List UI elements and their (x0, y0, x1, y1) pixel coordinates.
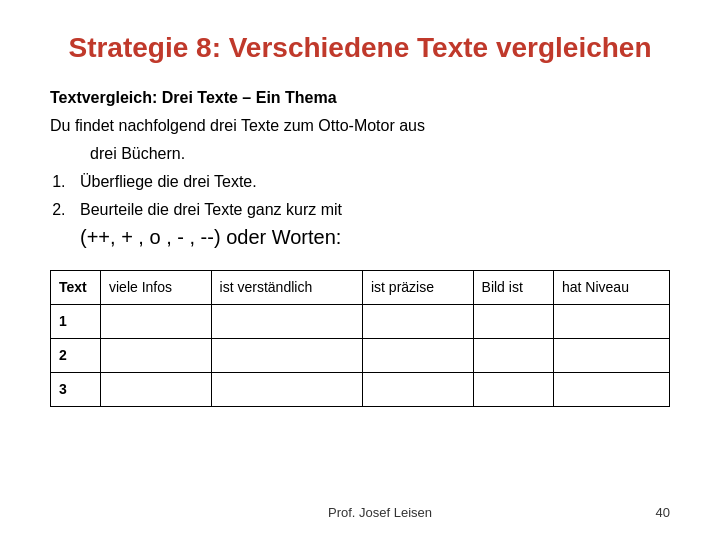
footer-page-number: 40 (630, 505, 670, 520)
description-line1: Du findet nachfolgend drei Texte zum Ott… (50, 114, 670, 138)
table-cell-2-5 (554, 373, 670, 407)
numbered-list: Überfliege die drei Texte. Beurteile die… (70, 170, 670, 252)
table-cell-1-0: 2 (51, 339, 101, 373)
col-header-niveau: hat Niveau (554, 271, 670, 305)
comparison-table: Text viele Infos ist verständlich ist pr… (50, 270, 670, 407)
table-cell-2-0: 3 (51, 373, 101, 407)
slide-title: Strategie 8: Verschiedene Texte vergleic… (50, 30, 670, 66)
table-row: 2 (51, 339, 670, 373)
table-cell-2-2 (211, 373, 362, 407)
col-header-verstaendlich: ist verständlich (211, 271, 362, 305)
table-cell-0-0: 1 (51, 305, 101, 339)
col-header-viele-infos: viele Infos (101, 271, 212, 305)
table-cell-0-3 (362, 305, 473, 339)
table-header-row: Text viele Infos ist verständlich ist pr… (51, 271, 670, 305)
table-cell-1-4 (473, 339, 553, 373)
table-cell-1-3 (362, 339, 473, 373)
subtitle: Textvergleich: Drei Texte – Ein Thema (50, 86, 670, 110)
col-header-praezise: ist präzise (362, 271, 473, 305)
slide-content: Textvergleich: Drei Texte – Ein Thema Du… (50, 86, 670, 500)
list-item-1: Überfliege die drei Texte. (70, 170, 670, 194)
table-row: 1 (51, 305, 670, 339)
table-cell-0-1 (101, 305, 212, 339)
col-header-text: Text (51, 271, 101, 305)
table-cell-1-1 (101, 339, 212, 373)
table-row: 3 (51, 373, 670, 407)
footer-center: Prof. Josef Leisen (130, 505, 630, 520)
slide: Strategie 8: Verschiedene Texte vergleic… (0, 0, 720, 540)
list-item-2: Beurteile die drei Texte ganz kurz mit (… (70, 198, 670, 252)
col-header-bild: Bild ist (473, 271, 553, 305)
slide-footer: Prof. Josef Leisen 40 (50, 500, 670, 520)
table-cell-0-5 (554, 305, 670, 339)
table-cell-1-2 (211, 339, 362, 373)
table-cell-2-4 (473, 373, 553, 407)
table-cell-2-1 (101, 373, 212, 407)
table-cell-0-2 (211, 305, 362, 339)
table-cell-1-5 (554, 339, 670, 373)
list-item-2-part2: (++, + , o , - , --) oder Worten: (80, 226, 341, 248)
comparison-table-section: Text viele Infos ist verständlich ist pr… (50, 270, 670, 407)
table-cell-2-3 (362, 373, 473, 407)
description-line2: drei Büchern. (50, 142, 670, 166)
table-cell-0-4 (473, 305, 553, 339)
